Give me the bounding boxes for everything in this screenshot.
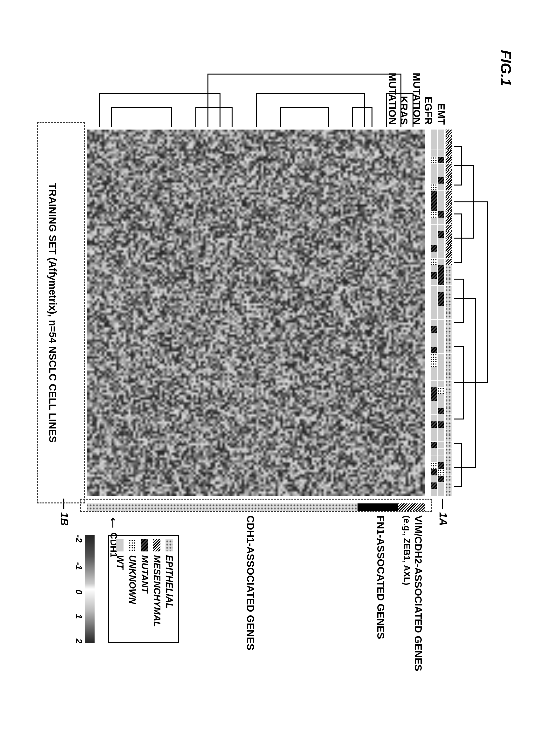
mutant-legend: MUTANT — [139, 555, 150, 593]
mesenchymal-swatch — [153, 539, 161, 552]
mesenchymal-legend: MESENCHYMAL — [152, 555, 162, 627]
column-dendrogram — [454, 129, 497, 496]
epithelial-legend: EPITHELIAL — [164, 555, 174, 609]
legend: EPITHELIAL MESENCHYMAL MUTANT UNKNOWN WT — [108, 535, 179, 643]
callout-1a-label: — 1A — [437, 499, 449, 526]
unknown-swatch — [129, 539, 136, 552]
colorbar: -2-1012 — [75, 535, 95, 643]
epithelial-swatch — [166, 539, 173, 552]
emt-annotation-track — [446, 129, 452, 496]
cdh1-group-label: CDH1-ASSOCIATED GENES — [244, 516, 256, 650]
gene-group-color-bar — [87, 504, 425, 511]
fn1-group-label: FN1-ASSOCATED GENES — [375, 516, 387, 639]
egfr-annotation-track — [438, 129, 444, 496]
colorbar-gradient — [85, 535, 95, 643]
unknown-legend: UNKNOWN — [127, 555, 137, 604]
vim-group-label: VIM/CDH2-ASSOCIATED GENES — [412, 516, 424, 671]
wt-legend: WT — [115, 555, 125, 569]
row-dendrogram — [87, 64, 425, 127]
x-axis-caption: TRAINING SET (Affymetrix), n=54 NSCLC CE… — [47, 129, 58, 496]
kras-annotation-track — [431, 129, 437, 496]
figure-label: FIG.1 — [498, 50, 514, 86]
colorbar-ticks: -2-1012 — [74, 535, 84, 643]
wt-swatch — [116, 539, 124, 552]
emt-label: EMT — [435, 52, 447, 125]
vim-sub-label: (e.g., ZEB1, AXL) — [402, 516, 412, 585]
mutant-swatch — [141, 539, 148, 552]
callout-box-1b — [37, 122, 85, 504]
figure-container: FIG.1 EMT EGFR MUTATION KRAS MUTATION — [34, 40, 517, 716]
expression-heatmap — [87, 129, 425, 496]
